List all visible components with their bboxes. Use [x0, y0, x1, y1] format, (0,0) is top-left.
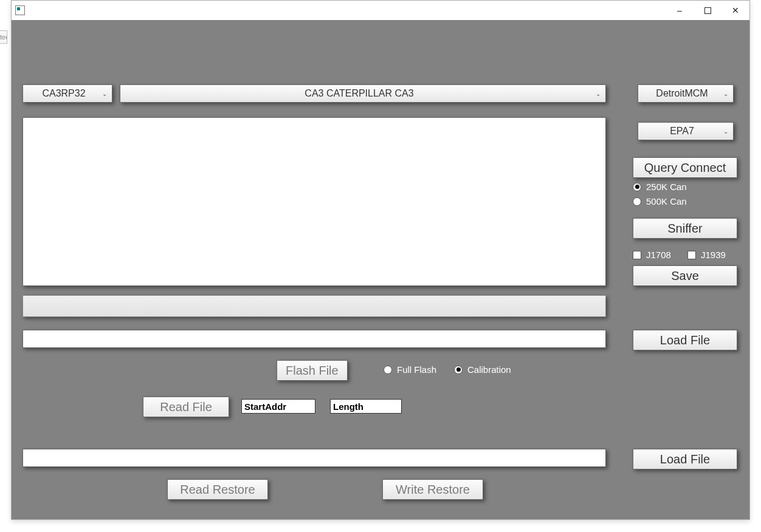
app-icon [15, 5, 25, 15]
can-250-radio[interactable]: 250K Can [633, 182, 687, 192]
j1939-checkbox[interactable]: J1939 [687, 250, 726, 260]
log-output[interactable] [22, 117, 606, 286]
save-button[interactable]: Save [633, 265, 737, 286]
full-flash-radio[interactable]: Full Flash [384, 364, 436, 375]
chevron-down-icon: ⌄ [723, 128, 728, 135]
titlebar: – ✕ [12, 1, 749, 20]
maximize-button[interactable] [694, 1, 721, 19]
progress-bar [22, 295, 606, 317]
sniffer-button[interactable]: Sniffer [633, 218, 737, 239]
read-file-button[interactable]: Read File [143, 397, 229, 417]
main-window: – ✕ CA3RP32 ⌄ CA3 CATERPILLAR CA3 ⌄ Flas… [11, 0, 750, 520]
radio-dot [633, 197, 641, 206]
checkbox-icon [687, 251, 696, 259]
adapter-select-value: CA3RP32 [42, 88, 85, 99]
calibration-radio[interactable]: Calibration [454, 364, 511, 375]
chevron-down-icon: ⌄ [723, 90, 728, 97]
vehicle-select-value: CA3 CATERPILLAR CA3 [305, 88, 413, 99]
write-restore-button[interactable]: Write Restore [382, 479, 483, 500]
start-addr-input[interactable]: StartAddr [241, 399, 315, 414]
adapter-select[interactable]: CA3RP32 ⌄ [22, 84, 112, 103]
length-input[interactable]: Length [330, 399, 402, 414]
restore-file-path[interactable] [22, 449, 606, 467]
client-area: CA3RP32 ⌄ CA3 CATERPILLAR CA3 ⌄ Flash Fi… [12, 20, 749, 519]
flash-file-path[interactable] [22, 330, 606, 348]
start-addr-label: StartAddr [244, 401, 286, 412]
module-select[interactable]: DetroitMCM ⌄ [638, 84, 734, 103]
j1708-checkbox[interactable]: J1708 [633, 250, 671, 260]
flash-file-button[interactable]: Flash File [277, 360, 348, 381]
minimize-button[interactable]: – [666, 1, 694, 19]
can-500-radio[interactable]: 500K Can [633, 196, 687, 206]
load-file-button-1[interactable]: Load File [633, 330, 737, 350]
query-connect-button[interactable]: Query Connect [633, 157, 737, 178]
epa-select[interactable]: EPA7 ⌄ [638, 122, 734, 140]
checkbox-icon [633, 251, 641, 259]
radio-dot [454, 366, 463, 374]
chevron-down-icon: ⌄ [596, 90, 601, 97]
length-label: Length [333, 401, 363, 412]
offscreen-fragment: ted [0, 30, 7, 44]
radio-dot [633, 183, 641, 191]
epa-select-value: EPA7 [670, 126, 694, 137]
chevron-down-icon: ⌄ [102, 90, 107, 97]
module-select-value: DetroitMCM [656, 88, 708, 99]
read-restore-button[interactable]: Read Restore [167, 479, 268, 500]
close-button[interactable]: ✕ [721, 1, 749, 19]
radio-dot [384, 366, 392, 374]
load-file-button-2[interactable]: Load File [633, 449, 737, 469]
vehicle-select[interactable]: CA3 CATERPILLAR CA3 ⌄ [120, 84, 606, 103]
